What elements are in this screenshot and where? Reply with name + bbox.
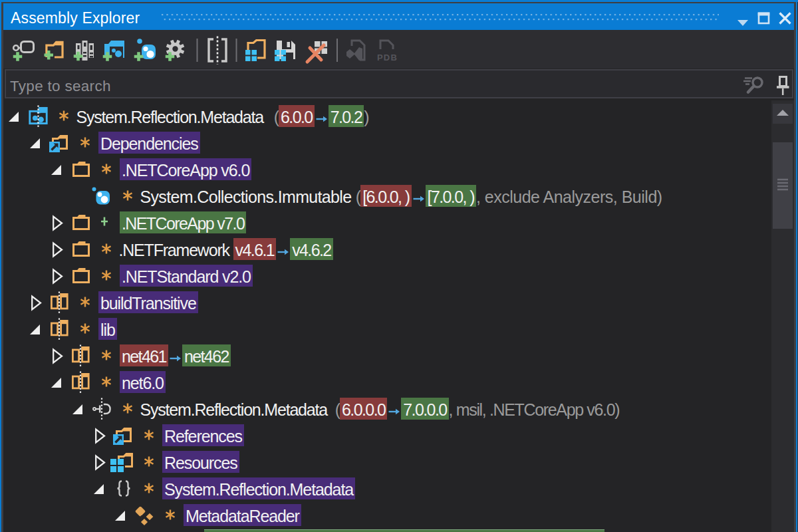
svg-text:PDB: PDB [377, 53, 398, 63]
